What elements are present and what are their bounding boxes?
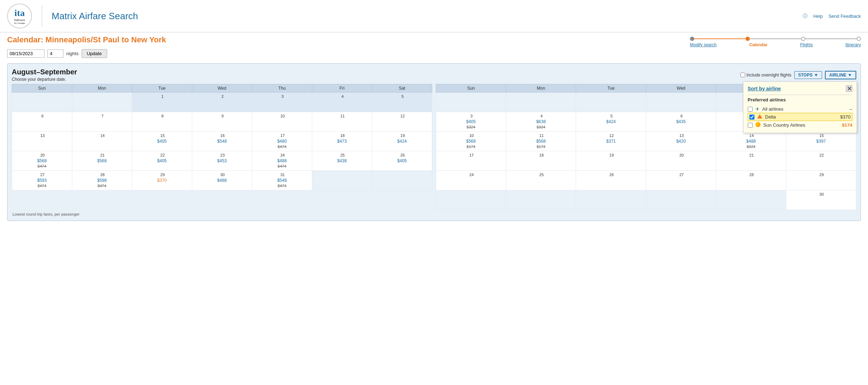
cell-price[interactable]: $453 (193, 158, 251, 163)
cell-price[interactable]: $370 (133, 178, 191, 183)
airline-button[interactable]: AIRLINE ▼ (825, 71, 856, 79)
sun-country-price: $174 (842, 122, 852, 128)
cell-day: 1 (160, 94, 163, 99)
dropdown-close-button[interactable]: ✕ (846, 85, 852, 92)
date-input[interactable] (7, 49, 45, 58)
table-row (72, 93, 132, 112)
cell-price[interactable]: $473 (313, 139, 371, 144)
table-row[interactable]: 27$593$474 (12, 171, 72, 190)
nights-input[interactable] (47, 49, 63, 58)
cell-price[interactable]: $598 (73, 178, 131, 183)
cell-price[interactable]: $438 (313, 158, 371, 163)
overnight-label[interactable]: Include overnight flights (741, 73, 791, 78)
progress-dot-calendar (746, 37, 750, 41)
table-row[interactable]: 12$371 (576, 132, 646, 151)
table-row[interactable]: 5$424 (576, 112, 646, 132)
overnight-checkbox[interactable] (741, 73, 745, 77)
cell-price[interactable]: $405 (437, 119, 505, 124)
dropdown-title[interactable]: Sort by airline (748, 86, 781, 91)
table-row[interactable]: 17$480$474 (252, 132, 312, 151)
table-row[interactable]: 28$598$474 (72, 171, 132, 190)
delta-icon (757, 114, 762, 120)
cell-day: 22 (819, 153, 824, 157)
cell-day: 31 (279, 173, 284, 177)
table-row: 18 (506, 151, 576, 171)
cell-price[interactable]: $568 (73, 158, 131, 163)
cell-price[interactable]: $480 (253, 139, 311, 144)
cell-price[interactable]: $568 (437, 139, 505, 144)
table-row[interactable]: 26$405 (372, 151, 432, 171)
cell-price[interactable]: $488 (717, 139, 785, 144)
table-row: 12 (372, 112, 432, 132)
all-airlines-checkbox[interactable] (748, 107, 753, 112)
table-row[interactable]: 29$370 (132, 171, 192, 190)
table-row[interactable]: 11$568$174 (506, 132, 576, 151)
table-row[interactable]: 6$435 (646, 112, 716, 132)
table-row[interactable]: 18$473 (312, 132, 372, 151)
cell-price[interactable]: $420 (647, 139, 715, 144)
cell-price[interactable]: $568 (13, 158, 71, 163)
cell-price[interactable]: $548 (193, 139, 251, 144)
table-row[interactable]: 31$548$474 (252, 171, 312, 190)
cell-price[interactable]: $593 (13, 178, 71, 183)
update-button[interactable]: Update (82, 49, 107, 58)
table-row[interactable]: 24$488$474 (252, 151, 312, 171)
cell-price[interactable]: $405 (373, 158, 431, 163)
col-mon: Mon (72, 84, 132, 93)
cell-price[interactable]: $424 (373, 139, 431, 144)
table-row[interactable]: 20$568$474 (12, 151, 72, 171)
table-row[interactable]: 30$488 (192, 171, 252, 190)
table-row[interactable]: 25$438 (312, 151, 372, 171)
table-row[interactable]: 15$405 (132, 132, 192, 151)
table-row[interactable]: 13$420 (646, 132, 716, 151)
delta-price: $370 (840, 114, 851, 120)
cell-price-original: $474 (73, 184, 131, 188)
cell-price[interactable]: $488 (253, 158, 311, 163)
col-tue: Tue (132, 84, 192, 93)
cell-price[interactable]: $548 (253, 178, 311, 183)
table-row[interactable]: 3$405$324 (436, 112, 506, 132)
delta-checkbox[interactable] (749, 115, 754, 120)
feedback-link[interactable]: Send Feedback (828, 14, 861, 19)
table-row[interactable]: 22$405 (132, 151, 192, 171)
table-row (436, 93, 506, 112)
table-row[interactable]: 14$488$324 (716, 132, 786, 151)
sun-country-checkbox[interactable] (748, 123, 753, 128)
cell-price[interactable]: $397 (787, 139, 855, 144)
all-airlines-price: -- (849, 106, 852, 112)
table-row (312, 171, 372, 190)
cell-day: 30 (819, 192, 824, 196)
progress-label-itinerary[interactable]: Itinerary (846, 42, 861, 47)
progress-label-modify[interactable]: Modify search (690, 42, 717, 47)
table-row: 28 (716, 171, 786, 190)
table-row[interactable]: 19$424 (372, 132, 432, 151)
cell-day: 16 (219, 133, 225, 138)
table-row: 24 (436, 171, 506, 190)
table-row[interactable]: 23$453 (192, 151, 252, 171)
stops-button[interactable]: STOPS ▼ (794, 71, 822, 79)
cell-price[interactable]: $435 (647, 119, 715, 124)
cell-price-original: $324 (437, 125, 505, 129)
table-row[interactable]: 21$568 (72, 151, 132, 171)
cell-price[interactable]: $488 (193, 178, 251, 183)
table-row[interactable]: 4$638$324 (506, 112, 576, 132)
table-row[interactable]: 10$568$174 (436, 132, 506, 151)
cell-day: 23 (219, 153, 225, 157)
cell-day: 27 (39, 173, 45, 177)
cell-day: 24 (468, 173, 474, 177)
help-link[interactable]: Help (813, 14, 823, 19)
calendar-month-title: August–September (12, 68, 77, 76)
progress-label-flights[interactable]: Flights (800, 42, 813, 47)
cell-day: 14 (99, 133, 105, 138)
table-row[interactable]: 16$548 (192, 132, 252, 151)
cell-day: 20 (39, 153, 45, 157)
table-row[interactable]: 15$397 (786, 132, 856, 151)
cell-price[interactable]: $638 (507, 119, 575, 124)
cell-day: 10 (468, 133, 474, 138)
cell-price[interactable]: $405 (133, 139, 191, 144)
cell-price[interactable]: $405 (133, 158, 191, 163)
table-row: 11 (312, 112, 372, 132)
cell-price[interactable]: $371 (577, 139, 645, 144)
cell-price[interactable]: $568 (507, 139, 575, 144)
cell-price[interactable]: $424 (577, 119, 645, 124)
